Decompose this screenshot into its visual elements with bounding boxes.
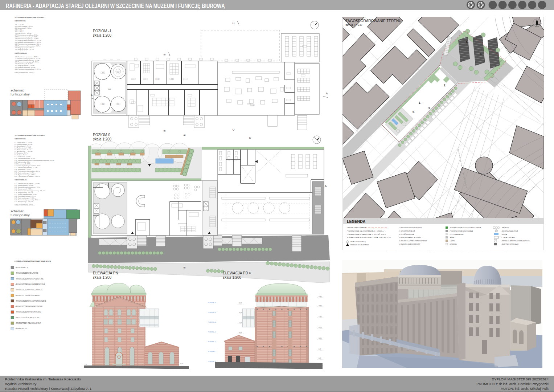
svg-text:skala 1:500: skala 1:500 xyxy=(345,23,362,27)
svg-text:4. ZIELEŃ DLA PRACOWNIKÓW BIUR: 4. ZIELEŃ DLA PRACOWNIKÓW BIUR xyxy=(399,240,427,242)
svg-text:3,28: 3,28 xyxy=(319,358,321,359)
svg-text:- BUDYNKI ISTNIEJĄCE: - BUDYNKI ISTNIEJĄCE xyxy=(501,243,519,245)
svg-text:1.45: 1.45 xyxy=(108,88,111,90)
svg-text:C: C xyxy=(249,137,252,139)
svg-text:POWIERZCHNIA CAŁKOWITA DZIAŁKI: POWIERZCHNIA CAŁKOWITA DZIAŁKI - 6 263,3… xyxy=(347,230,385,232)
svg-text:13,43: 13,43 xyxy=(239,322,242,323)
svg-text:B: B xyxy=(163,54,166,56)
svg-text:- POMIESZCZENIA MAGAZYNOWE: - POMIESZCZENIA MAGAZYNOWE xyxy=(15,306,42,307)
svg-text:C: C xyxy=(232,128,235,131)
svg-text:C: C xyxy=(232,22,235,24)
svg-text:-1.4: -1.4 xyxy=(102,103,104,105)
svg-text:A: A xyxy=(326,92,328,95)
svg-text:6,38: 6,38 xyxy=(319,348,321,350)
svg-text:- ASFALT: - ASFALT xyxy=(449,237,456,238)
svg-text:- POMIESZCZENIA PRACOWNICZE: - POMIESZCZENIA PRACOWNICZE xyxy=(15,289,43,291)
svg-text:- MUR CEGLANY: - MUR CEGLANY xyxy=(502,237,515,238)
svg-text:3. PARKING SAMOCHODOWY: 3. PARKING SAMOCHODOWY xyxy=(399,237,421,238)
svg-text:- WODA: - WODA xyxy=(501,233,507,235)
svg-text:±0,00: ±0,00 xyxy=(180,363,183,364)
svg-text:- EWAKUACJA: - EWAKUACJA xyxy=(15,328,27,330)
svg-text:-1.10: -1.10 xyxy=(156,78,159,80)
svg-text:3.: 3. xyxy=(428,106,431,110)
svg-text:- POMIESZCZENIA BIUROWE: - POMIESZCZENIA BIUROWE xyxy=(15,272,38,274)
svg-text:1. PROJEKTOWANY BUDYNEK: 1. PROJEKTOWANY BUDYNEK xyxy=(399,227,422,229)
svg-text:-1.9: -1.9 xyxy=(144,78,146,80)
svg-text:B: B xyxy=(183,267,186,269)
svg-text:-1.16: -1.16 xyxy=(251,105,254,106)
svg-text:-1,80: -1,80 xyxy=(84,364,87,366)
svg-text:5. PARKING DLA ROWERÓW: 5. PARKING DLA ROWERÓW xyxy=(399,243,420,245)
svg-text:- ZIELEŃ URZĄDZONA: - ZIELEŃ URZĄDZONA xyxy=(501,230,518,232)
svg-text:5.: 5. xyxy=(413,111,415,113)
svg-text:B: B xyxy=(183,134,186,136)
svg-text:POZIOM +5: POZIOM +5 xyxy=(208,311,216,313)
svg-text:- KOMUNIKACJA: - KOMUNIKACJA xyxy=(15,267,29,269)
svg-text:16,63: 16,63 xyxy=(239,312,242,314)
svg-text:-1.5: -1.5 xyxy=(102,72,104,74)
svg-text:-1.6: -1.6 xyxy=(117,103,119,105)
svg-text:OBSZAR OPRACOWANIA: OBSZAR OPRACOWANIA xyxy=(347,227,366,229)
svg-text:POZIOM +2: POZIOM +2 xyxy=(208,341,216,343)
svg-text:10,31: 10,31 xyxy=(239,332,242,333)
svg-text:POZIOM +3: POZIOM +3 xyxy=(208,331,216,333)
svg-text:- WINDA DLA NIEPEŁNOSPRAWNYCH: - WINDA DLA NIEPEŁNOSPRAWNYCH xyxy=(501,240,529,242)
svg-text:- POMIESZCZENIA SANITARNE: - POMIESZCZENIA SANITARNE xyxy=(15,295,40,297)
svg-text:POZIOM +6: POZIOM +6 xyxy=(208,302,216,303)
svg-text:WJAZD NA DZIAŁKĘ: WJAZD NA DZIAŁKĘ xyxy=(350,241,366,242)
svg-text:- POMIESZCZENIA KONFERENCYJNE: - POMIESZCZENIA KONFERENCYJNE xyxy=(15,283,45,285)
svg-text:- KRZEWY: - KRZEWY xyxy=(501,227,509,229)
svg-text:17,85: 17,85 xyxy=(319,316,322,317)
svg-text:2.: 2. xyxy=(444,83,447,87)
svg-text:A: A xyxy=(325,184,327,188)
svg-text:LEGENDA: LEGENDA xyxy=(347,219,366,224)
svg-text:3. CZĘŚĆ BIUROWA: 3. CZĘŚĆ BIUROWA xyxy=(399,233,414,235)
svg-text:- PŁYTY KAMIENNE: - PŁYTY KAMIENNE xyxy=(449,233,464,235)
svg-text:ZAGOSPODAROWANIE TERENU: ZAGOSPODAROWANIE TERENU xyxy=(345,19,401,23)
svg-text:- PRZESTRZEŃ KOMERCYJNA: - PRZESTRZEŃ KOMERCYJNA xyxy=(15,317,40,319)
svg-text:- PRZESTRZEŃ RELAKSACYJNA: - PRZESTRZEŃ RELAKSACYJNA xyxy=(15,322,41,324)
svg-text:23,80: 23,80 xyxy=(319,296,322,297)
svg-text:0,08: 0,08 xyxy=(319,364,321,365)
svg-text:- POMIESZCZENIA GASTRONOMICZNE: - POMIESZCZENIA GASTRONOMICZNE xyxy=(15,300,46,302)
svg-text:WEJŚCIE DO BUDYNKU: WEJŚCIE DO BUDYNKU xyxy=(350,244,369,246)
svg-text:13,73: 13,73 xyxy=(319,327,322,328)
svg-text:- POMIESZCZENIA TECHNICZNE: - POMIESZCZENIA TECHNICZNE xyxy=(15,311,41,313)
svg-text:1.: 1. xyxy=(419,101,422,105)
svg-text:-1.2: -1.2 xyxy=(117,72,119,73)
svg-text:POWIERZCHNIA BIOLOGICZNIE CZYN: POWIERZCHNIA BIOLOGICZNIE CZYNNA - 709,3… xyxy=(347,237,391,238)
svg-text:5.: 5. xyxy=(466,40,469,44)
svg-text:POZIOM +4: POZIOM +4 xyxy=(208,321,216,323)
svg-text:16,33: 16,33 xyxy=(239,302,242,304)
svg-text:POZIOM -1: POZIOM -1 xyxy=(208,360,216,362)
svg-text:-1.8: -1.8 xyxy=(132,78,134,80)
svg-text:- POWIERZCHNIA BRUKOWANA: - POWIERZCHNIA BRUKOWANA xyxy=(449,230,473,232)
svg-text:-1.11: -1.11 xyxy=(171,78,173,80)
svg-text:20,83: 20,83 xyxy=(319,305,322,306)
svg-text:A: A xyxy=(91,94,93,97)
svg-text:- ŁAWKI: - ŁAWKI xyxy=(449,240,455,242)
svg-text:4.: 4. xyxy=(480,52,483,56)
svg-text:POZIOM 0: POZIOM 0 xyxy=(208,351,216,352)
svg-text:B: B xyxy=(163,130,166,132)
svg-text:10,31: 10,31 xyxy=(319,338,322,339)
svg-text:2. CZĘŚĆ MUZEALNA: 2. CZĘŚĆ MUZEALNA xyxy=(399,230,415,232)
svg-text:- POMIESZCZENIA EKSPOZYCYJNE: - POMIESZCZENIA EKSPOZYCYJNE xyxy=(15,278,44,280)
svg-text:- POWIERZCHNIA BIOLOGICZNIE CZ: - POWIERZCHNIA BIOLOGICZNIE CZYNNA xyxy=(449,227,481,229)
svg-text:- DRZEWA: - DRZEWA xyxy=(449,243,457,245)
svg-text:POWIERZCHNIA UTWARDZONA - 3: POWIERZCHNIA UTWARDZONA - 3 929,1 m², 56… xyxy=(347,233,386,235)
